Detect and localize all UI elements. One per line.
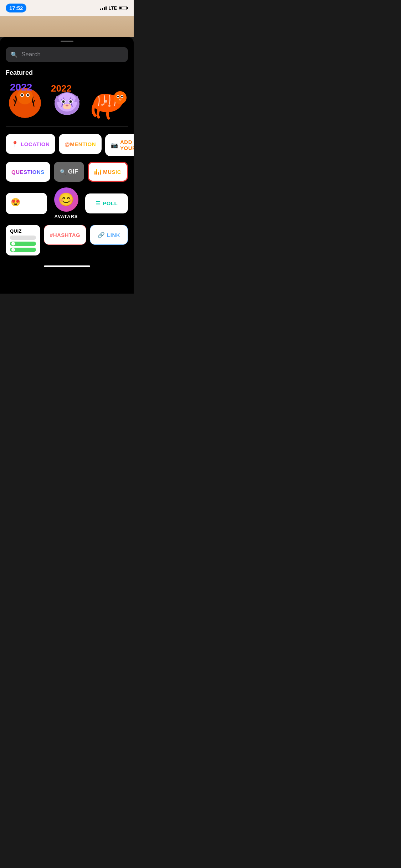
lte-label: LTE [108, 5, 117, 11]
svg-point-5 [27, 94, 29, 96]
sticker-row-2: QUESTIONS 🔍 GIF MUSIC [6, 162, 128, 182]
avatars-label: AVATARS [55, 214, 78, 219]
sticker-2022-tiger1[interactable]: 2022 [6, 82, 45, 121]
quiz-sticker[interactable]: QUIZ ✓ ✓ [6, 225, 40, 255]
search-input[interactable]: Search [21, 51, 41, 58]
search-container: 🔍 Search [0, 47, 134, 69]
check-icon-2: ✓ [11, 248, 15, 252]
avatar-emoji: 😊 [58, 192, 74, 207]
svg-point-14 [69, 100, 72, 103]
mention-label: @MENTION [65, 141, 96, 147]
emoji-slider-sticker[interactable]: 😍 [6, 193, 47, 214]
sticker-grid: 📍 LOCATION @MENTION 📷 ADD YOURS QUESTION… [0, 134, 134, 255]
music-label: MUSIC [103, 169, 121, 175]
search-bar[interactable]: 🔍 Search [6, 47, 128, 62]
divider [6, 126, 128, 127]
status-time: 17:52 [6, 4, 26, 12]
avatars-sticker[interactable]: 😊 AVATARS [51, 187, 82, 219]
gif-label: GIF [68, 168, 78, 175]
poll-icon: ☰ [96, 200, 101, 207]
svg-point-16 [66, 105, 68, 107]
quiz-title: QUIZ [10, 228, 36, 234]
poll-sticker[interactable]: ☰ POLL [85, 193, 128, 213]
sticker-2022-tiger2[interactable]: 2022 [47, 82, 86, 121]
svg-point-4 [21, 94, 23, 96]
home-bar [44, 265, 90, 267]
link-icon: 🔗 [98, 232, 105, 238]
featured-section: Featured [0, 69, 134, 126]
location-label: LOCATION [21, 141, 50, 147]
quiz-option-1 [10, 236, 36, 240]
location-icon: 📍 [11, 141, 19, 148]
svg-point-13 [62, 100, 65, 103]
sheet-handle [0, 37, 134, 47]
status-bar: 17:52 LTE [0, 0, 134, 16]
status-icons: LTE [100, 5, 128, 11]
search-icon: 🔍 [11, 51, 18, 58]
svg-point-24 [108, 105, 110, 107]
sticker-tiger-leaping[interactable] [89, 82, 128, 121]
check-icon: ✓ [11, 242, 15, 246]
featured-title: Featured [6, 69, 128, 77]
addyours-label: ADD YOURS [120, 139, 134, 151]
hashtag-label: #HASHTAG [50, 232, 80, 238]
link-label: LINK [107, 232, 120, 238]
battery-icon [119, 6, 128, 10]
handle-bar [61, 41, 73, 42]
svg-point-15 [63, 104, 71, 109]
link-sticker[interactable]: 🔗 LINK [90, 225, 128, 245]
gif-search-icon: 🔍 [60, 169, 66, 175]
sticker-sheet: 🔍 Search Featured [0, 37, 134, 294]
signal-icon [100, 6, 107, 10]
svg-point-21 [117, 96, 119, 98]
background-image [0, 16, 134, 37]
sticker-row-3: 😍 😊 AVATARS ☰ POLL [6, 187, 128, 219]
location-sticker[interactable]: 📍 LOCATION [6, 134, 55, 154]
music-sticker[interactable]: MUSIC [88, 162, 128, 182]
home-indicator [0, 261, 134, 270]
addyours-sticker[interactable]: 📷 ADD YOURS [105, 134, 134, 156]
sticker-row-1: 📍 LOCATION @MENTION 📷 ADD YOURS [6, 134, 128, 156]
mention-sticker[interactable]: @MENTION [59, 134, 102, 154]
sticker-row-4: QUIZ ✓ ✓ #HASHTAG 🔗 LINK [6, 225, 128, 255]
quiz-option-3: ✓ [10, 248, 36, 252]
camera-icon: 📷 [111, 142, 118, 149]
heart-eyes-emoji: 😍 [11, 198, 20, 207]
quiz-option-2: ✓ [10, 242, 36, 246]
svg-point-25 [101, 104, 103, 106]
hashtag-sticker[interactable]: #HASHTAG [44, 225, 86, 245]
poll-label: POLL [103, 200, 118, 206]
gif-sticker[interactable]: 🔍 GIF [54, 162, 84, 182]
featured-stickers-row: 2022 [6, 82, 128, 121]
music-bars-icon [94, 169, 101, 175]
emoji-slider-top: 😍 [11, 198, 42, 207]
questions-sticker[interactable]: QUESTIONS [6, 162, 50, 182]
svg-text:2022: 2022 [10, 82, 32, 93]
svg-point-22 [121, 96, 123, 98]
svg-point-18 [114, 91, 127, 104]
svg-point-23 [104, 100, 107, 103]
questions-label: QUESTIONS [11, 169, 45, 175]
avatar-circle: 😊 [54, 187, 78, 212]
svg-text:2022: 2022 [51, 83, 72, 94]
